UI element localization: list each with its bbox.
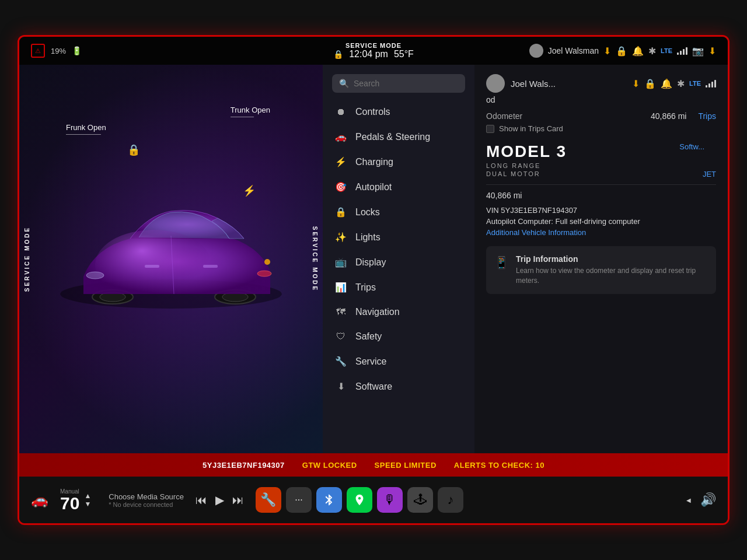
lights-label: Lights: [355, 232, 381, 243]
alert-alerts: ALERTS TO CHECK: 10: [454, 461, 544, 470]
lock-icon-info[interactable]: 🔒: [644, 78, 656, 89]
trip-info-title: Trip Information: [516, 254, 708, 264]
menu-item-locks[interactable]: 🔒 Locks: [323, 200, 474, 225]
frunk-lock-icon: 🔒: [127, 144, 140, 156]
trip-info-card: 📱 Trip Information Learn how to view the…: [486, 246, 716, 294]
app-more[interactable]: ···: [286, 487, 312, 513]
menu-item-navigation[interactable]: 🗺 Navigation: [323, 300, 474, 324]
user-icons: ⬇ 🔒 🔔 ✱ LTE: [632, 78, 716, 89]
bluetooth-icon-header: ✱: [648, 46, 656, 57]
user-avatar-small: [529, 44, 543, 58]
signal-bar-3: [683, 49, 685, 55]
sig-3: [711, 82, 713, 88]
autopilot-text: Autopilot Computer: Full self-driving co…: [486, 217, 716, 226]
model-line1: LONG RANGE: [486, 162, 716, 169]
trips-link[interactable]: Trips: [698, 111, 716, 121]
pedals-icon: 🚗: [334, 131, 347, 142]
model-section: Softw... MODEL 3 LONG RANGE DUAL MOTOR J…: [486, 142, 716, 185]
menu-item-charging[interactable]: ⚡ Charging: [323, 149, 474, 174]
sig-1: [706, 85, 707, 88]
od-text: od: [486, 95, 716, 104]
arrow-left[interactable]: ◀: [686, 497, 691, 503]
menu-item-service[interactable]: 🔧 Service: [323, 349, 474, 374]
software-link[interactable]: Softw...: [679, 142, 704, 151]
menu-item-trips[interactable]: 📊 Trips: [323, 275, 474, 300]
app-bluetooth[interactable]: [316, 487, 342, 513]
status-center: SERVICE MODE 🔒 12:04 pm 55°F: [333, 42, 414, 60]
app-joystick[interactable]: 🕹: [407, 487, 433, 513]
speed-display: Manual 70: [60, 488, 79, 512]
frunk-label: Frunk Open: [66, 123, 106, 135]
speed-value: 70: [60, 495, 79, 512]
menu-item-display[interactable]: 📺 Display: [323, 250, 474, 275]
lock-icon-header: 🔒: [616, 46, 627, 57]
menu-item-software[interactable]: ⬇ Software: [323, 374, 474, 399]
bt-icon-info: ✱: [677, 78, 685, 89]
signal-bars-info: [706, 79, 716, 88]
signal-bar-2: [680, 51, 682, 55]
battery-icon: 🔋: [72, 46, 82, 55]
user-row: Joel Wals... ⬇ 🔒 🔔 ✱ LTE: [486, 74, 716, 93]
app-wrench[interactable]: 🔧: [256, 487, 281, 513]
lte-info: LTE: [689, 80, 701, 87]
speed-arrow-down[interactable]: ▼: [84, 500, 91, 508]
taskbar-right: ◀ 🔊: [686, 492, 716, 508]
svg-point-11: [264, 259, 270, 265]
download-icon-info[interactable]: ⬇: [632, 78, 640, 89]
navigation-icon: 🗺: [334, 307, 347, 317]
menu-item-controls[interactable]: ⏺ Controls: [323, 100, 474, 124]
show-trips-checkbox[interactable]: [486, 125, 494, 133]
software-icon: ⬇: [334, 381, 347, 392]
temperature: 55°F: [394, 49, 414, 60]
trip-info-desc: Learn how to view the odometer and displ…: [516, 266, 708, 286]
trips-icon: 📊: [334, 282, 347, 293]
search-bar[interactable]: 🔍: [332, 74, 465, 93]
media-section: Choose Media Source * No device connecte…: [109, 492, 244, 508]
menu-item-autopilot[interactable]: 🎯 Autopilot: [323, 174, 474, 200]
bell-icon-info[interactable]: 🔔: [661, 78, 672, 89]
menu-item-lights[interactable]: ✨ Lights: [323, 225, 474, 250]
menu-column: 🔍 ⏺ Controls 🚗 Pedals & Steering ⚡: [323, 65, 474, 453]
user-name-header: Joel Walsman: [548, 46, 599, 55]
menu-item-pedals[interactable]: 🚗 Pedals & Steering: [323, 124, 474, 149]
app-podcast[interactable]: 🎙: [377, 487, 403, 513]
autopilot-icon: 🎯: [334, 181, 347, 192]
notification-icon: 🔔: [632, 46, 644, 57]
app-find[interactable]: [347, 487, 372, 513]
download-icon-2: ⬇: [708, 46, 716, 57]
search-icon: 🔍: [339, 79, 349, 88]
alert-gtw: GTW LOCKED: [302, 461, 357, 470]
menu-item-safety[interactable]: 🛡 Safety: [323, 324, 474, 349]
volume-icon[interactable]: 🔊: [700, 492, 716, 508]
model-line2: DUAL MOTOR: [486, 170, 716, 177]
service-mode-label: SERVICE MODE: [345, 42, 402, 49]
additional-vehicle-link[interactable]: Additional Vehicle Information: [486, 228, 716, 237]
play-button[interactable]: ▶: [215, 493, 224, 507]
car-home-icon[interactable]: 🚗: [31, 492, 48, 508]
user-avatar-large: [486, 74, 505, 93]
app-music[interactable]: ♪: [438, 487, 463, 513]
search-input[interactable]: [354, 79, 458, 88]
pedals-label: Pedals & Steering: [355, 132, 430, 142]
status-bar: ⚠ 19% 🔋 SERVICE MODE 🔒 12:04 pm 55°F Joe…: [19, 37, 728, 65]
trip-info-icon: 📱: [494, 256, 509, 270]
jet-label[interactable]: JET: [703, 170, 716, 178]
info-column: Joel Wals... ⬇ 🔒 🔔 ✱ LTE: [474, 65, 728, 453]
charging-indicator: ⚡: [243, 184, 256, 197]
safety-label: Safety: [355, 331, 382, 342]
next-button[interactable]: ⏭: [232, 494, 244, 507]
svg-rect-10: [203, 265, 218, 268]
prev-button[interactable]: ⏮: [196, 494, 207, 507]
car-panel: SERVICE MODE SERVICE MODE Frunk Open Tru…: [19, 65, 323, 453]
controls-icon: ⏺: [334, 107, 347, 117]
mileage-text: 40,866 mi: [486, 191, 716, 200]
navigation-label: Navigation: [355, 307, 400, 317]
show-trips-label: Show in Trips Card: [499, 124, 563, 133]
current-time: 12:04 pm: [349, 49, 388, 60]
lte-badge: LTE: [661, 47, 672, 54]
svg-rect-9: [145, 265, 159, 268]
signal-bar-4: [686, 47, 687, 55]
battery-level: 19%: [51, 47, 66, 55]
user-name-info: Joel Wals...: [511, 79, 556, 89]
speed-arrow-up[interactable]: ▲: [84, 492, 91, 500]
